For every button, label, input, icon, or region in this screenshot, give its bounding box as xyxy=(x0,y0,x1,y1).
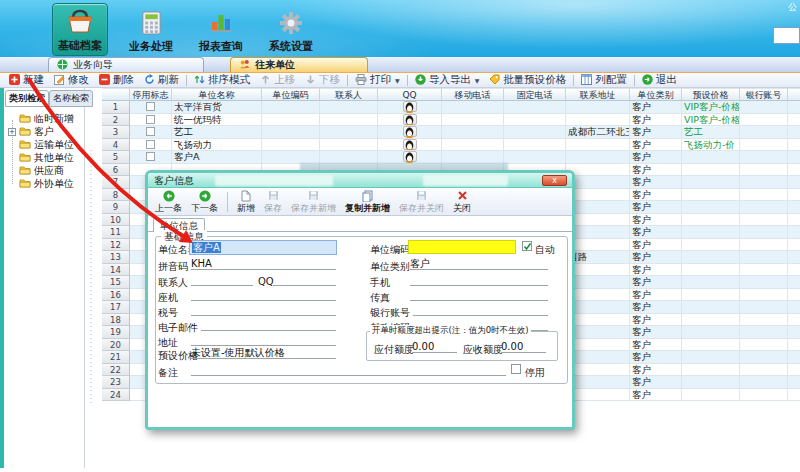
remark-input[interactable] xyxy=(191,363,506,376)
column-header[interactable]: 联系地址 xyxy=(566,88,630,101)
module-chart[interactable]: 报表查询 xyxy=(194,3,248,56)
toolbar-button-new[interactable]: 新建 xyxy=(4,73,49,87)
cell-qq[interactable] xyxy=(378,101,442,114)
tree-item[interactable]: 临时新增 xyxy=(4,112,84,125)
email-input[interactable] xyxy=(201,318,336,331)
dialog-button-save-close[interactable]: 保存并关闭 xyxy=(399,190,444,215)
receivable-input[interactable]: 0.00 xyxy=(501,340,546,353)
cell-qq[interactable] xyxy=(378,139,442,152)
dropdown-arrow-icon[interactable]: ▼ xyxy=(475,77,480,84)
tax-no-input[interactable] xyxy=(191,303,336,316)
toolbar-button-print[interactable]: 打印▼ xyxy=(350,73,405,87)
column-header[interactable]: 单位类别 xyxy=(630,88,682,101)
dialog-toolbar: 上一条下一条新增保存保存并新增复制并新增保存并关闭关闭 xyxy=(148,189,572,216)
fax-input[interactable] xyxy=(410,288,548,301)
tree-item[interactable]: 外协单位 xyxy=(4,177,84,190)
qq-icon[interactable] xyxy=(403,101,417,112)
unit-code-input[interactable] xyxy=(408,240,516,254)
cell-check[interactable] xyxy=(130,101,172,114)
qq-icon[interactable] xyxy=(403,139,417,150)
table-row[interactable]: 1太平洋百货客户VIP客户-价格 xyxy=(102,101,800,114)
landline-input[interactable] xyxy=(191,288,336,301)
address-input[interactable] xyxy=(191,333,336,346)
expand-icon[interactable]: + xyxy=(8,128,16,136)
cell-qq[interactable] xyxy=(378,114,442,127)
column-header[interactable]: 固定电话 xyxy=(504,88,566,101)
toolbar-button-up[interactable]: 上移 xyxy=(255,73,300,87)
cell-check[interactable] xyxy=(130,114,172,127)
dialog-button-prev[interactable]: 上一条 xyxy=(155,190,182,215)
qq-icon[interactable] xyxy=(403,114,417,125)
tree-item[interactable]: 其他单位 xyxy=(4,151,84,164)
tree-item[interactable]: 运输单位 xyxy=(4,138,84,151)
cell-check[interactable] xyxy=(130,139,172,152)
column-header[interactable]: 移动电话 xyxy=(442,88,504,101)
toolbar-button-batch[interactable]: 批量预设价格 xyxy=(484,73,571,87)
cell-check[interactable] xyxy=(130,151,172,164)
window-tab-wizard[interactable]: 业务向导 xyxy=(48,57,204,72)
qq-icon[interactable] xyxy=(403,151,417,162)
table-row[interactable]: 2统一优玛特客户VIP客户-价格 xyxy=(102,114,800,127)
column-header[interactable]: QQ xyxy=(378,88,442,101)
mobile-input[interactable] xyxy=(410,273,548,286)
dialog-button-save[interactable]: 保存 xyxy=(264,190,282,215)
qq-icon[interactable] xyxy=(403,126,417,137)
auto-checkbox[interactable] xyxy=(522,241,532,251)
column-header[interactable]: 传真 xyxy=(788,88,800,101)
dialog-button-save-new[interactable]: 保存并新增 xyxy=(291,190,336,215)
tree-item[interactable]: +客户 xyxy=(4,125,84,138)
unit-type-input[interactable]: 客户 xyxy=(410,257,548,270)
cell-check[interactable] xyxy=(130,126,172,139)
preset-price-input[interactable]: 未设置-使用默认价格 xyxy=(191,346,336,359)
toolbar-button-sort[interactable]: 排序模式 xyxy=(189,73,255,87)
toolbar-button-edit[interactable]: 修改 xyxy=(49,73,94,87)
toolbar-button-down[interactable]: 下移 xyxy=(300,73,345,87)
toolbar-button-impexp[interactable]: 导入导出▼ xyxy=(410,73,485,87)
cell-type: 客户 xyxy=(630,201,682,214)
toolbar-button-exit[interactable]: 退出 xyxy=(637,73,682,87)
splitter[interactable] xyxy=(90,150,92,405)
module-basket[interactable]: 基础档案 xyxy=(52,3,108,56)
disable-flag-checkbox[interactable] xyxy=(146,115,155,124)
disable-checkbox[interactable] xyxy=(511,364,521,374)
column-header[interactable]: 联系人 xyxy=(320,88,378,101)
dialog-button-doc-new[interactable]: 新增 xyxy=(237,190,255,215)
qq-input[interactable] xyxy=(273,273,336,286)
disable-flag-checkbox[interactable] xyxy=(146,127,155,136)
window-tab-partners[interactable]: 往来单位 xyxy=(230,57,368,72)
sidebar-tab-category[interactable]: 类别检索 xyxy=(5,90,49,107)
dialog-button-close[interactable]: 关闭 xyxy=(453,190,471,215)
contact-input[interactable] xyxy=(191,273,253,286)
dialog-titlebar[interactable]: 客户信息 xyxy=(148,173,572,188)
dropdown-arrow-icon[interactable]: ▼ xyxy=(395,77,400,84)
column-header[interactable]: 预设价格 xyxy=(682,88,740,101)
dialog-close-button[interactable]: x xyxy=(542,175,567,186)
column-header[interactable]: 单位名称 xyxy=(172,88,262,101)
dialog-button-copy-new[interactable]: 复制并新增 xyxy=(345,190,390,215)
toolbar-button-cols[interactable]: 列配置 xyxy=(576,73,632,87)
module-calculator[interactable]: 业务处理 xyxy=(124,3,178,56)
payable-input[interactable]: 0.00 xyxy=(412,340,457,353)
unit-name-input[interactable]: 客户A xyxy=(189,240,337,255)
cell-qq[interactable] xyxy=(378,151,442,164)
cell-qq[interactable] xyxy=(378,126,442,139)
column-header[interactable]: 停用标志 xyxy=(130,88,172,101)
module-gear[interactable]: 系统设置 xyxy=(264,3,318,56)
cell-bank xyxy=(740,339,788,352)
disable-flag-checkbox[interactable] xyxy=(146,140,155,149)
table-row[interactable]: 3艺工成都市二环北三客户艺工 xyxy=(102,126,800,139)
disable-flag-checkbox[interactable] xyxy=(146,152,155,161)
disable-flag-checkbox[interactable] xyxy=(146,102,155,111)
sidebar-tab-name[interactable]: 名称检索 xyxy=(49,90,93,107)
corner-input[interactable] xyxy=(773,27,800,44)
table-row[interactable]: 4飞扬动力客户飞扬动力-价 xyxy=(102,139,800,152)
tree-item[interactable]: 供应商 xyxy=(4,164,84,177)
table-row[interactable]: 5客户A客户 xyxy=(102,151,800,164)
dialog-button-next[interactable]: 下一条 xyxy=(191,190,218,215)
column-header[interactable]: 单位编码 xyxy=(262,88,320,101)
toolbar-button-delete[interactable]: 删除 xyxy=(94,73,139,87)
toolbar-button-refresh[interactable]: 刷新 xyxy=(139,73,184,87)
bank-account-input[interactable] xyxy=(413,303,548,316)
pinyin-input[interactable]: KHA xyxy=(191,257,336,270)
column-header[interactable]: 银行账号 xyxy=(740,88,788,101)
